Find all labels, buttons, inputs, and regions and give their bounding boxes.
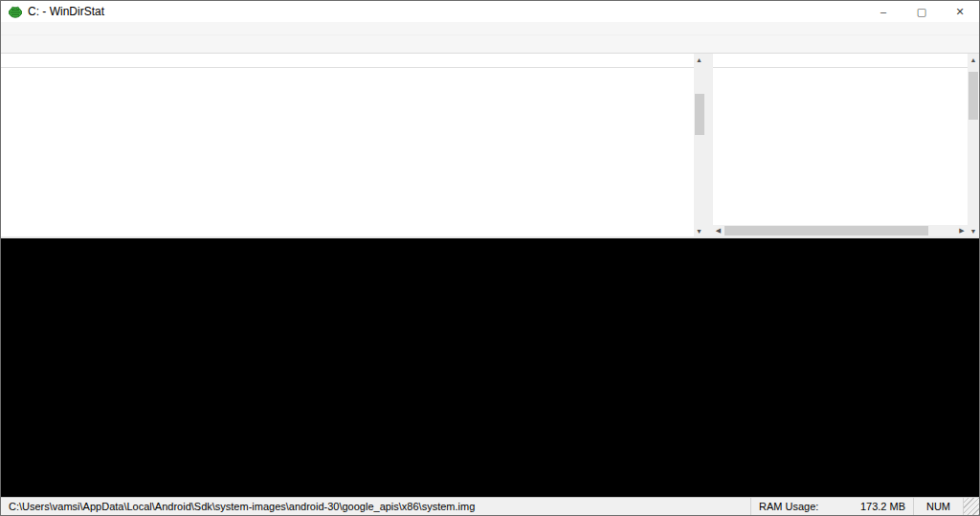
panes: ▲ ▼ ◀ ▶ ▲ ▼ [1,54,979,236]
ram-usage-value: 173.2 MB [860,501,905,512]
status-bar: C:\Users\vamsi\AppData\Local\Android\Sdk… [1,497,979,515]
resize-grip[interactable] [964,498,979,515]
windirstat-window: C: - WinDirStat – ▢ ✕ ▲ ▼ ◀ [0,0,980,516]
minimize-button[interactable]: – [864,1,902,22]
app-icon [8,4,23,19]
scroll-up-icon[interactable]: ▲ [694,54,705,65]
ram-usage-label: RAM Usage: [759,501,818,512]
scroll-down-icon[interactable]: ▼ [694,225,705,236]
extension-list-horizontal-scrollbar[interactable]: ◀ ▶ [713,225,968,236]
scroll-down-icon[interactable]: ▼ [968,225,979,236]
scroll-up-icon[interactable]: ▲ [968,54,979,65]
treemap[interactable] [1,236,979,497]
status-num-lock: NUM [914,498,964,515]
scrollbar-thumb[interactable] [969,72,978,120]
file-list-vertical-scrollbar[interactable]: ▲ ▼ [694,54,705,236]
status-ram-usage: RAM Usage: 173.2 MB [751,498,914,515]
close-button[interactable]: ✕ [941,1,979,22]
extension-list-rows [713,68,968,225]
scrollbar-thumb[interactable] [695,94,704,135]
extension-list-vertical-scrollbar[interactable]: ▲ ▼ [968,54,979,236]
scrollbar-thumb[interactable] [724,226,928,236]
scroll-right-icon[interactable]: ▶ [956,225,968,236]
pane-splitter[interactable] [705,54,713,236]
maximize-button[interactable]: ▢ [902,1,941,22]
file-list-header [1,54,694,68]
scroll-left-icon[interactable]: ◀ [713,225,724,236]
file-list-rows [1,68,694,236]
toolbar [1,35,979,54]
directory-tree-pane: ▲ ▼ [1,54,705,236]
extension-list-header [713,54,968,68]
extension-list-pane: ◀ ▶ ▲ ▼ [713,54,979,236]
status-selected-path: C:\Users\vamsi\AppData\Local\Android\Sdk… [1,498,751,515]
title-bar: C: - WinDirStat – ▢ ✕ [1,1,979,22]
menu-bar [1,22,979,35]
window-title: C: - WinDirStat [28,5,104,18]
